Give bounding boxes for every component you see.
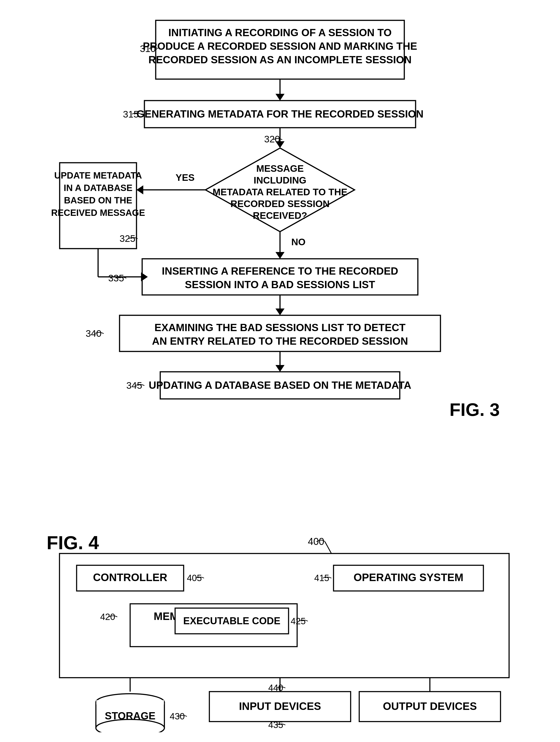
svg-marker-17 bbox=[136, 185, 143, 194]
svg-rect-52 bbox=[96, 700, 164, 704]
step-435-label: 435 bbox=[268, 720, 283, 730]
controller-label: CONTROLLER bbox=[93, 571, 167, 583]
fig4-section: FIG. 4 400 CONTROLLER 405 OPERATING SYST… bbox=[18, 529, 542, 732]
svg-text:PRODUCE A RECORDED SESSION AND: PRODUCE A RECORDED SESSION AND MARKING T… bbox=[143, 40, 417, 52]
step-320-label: 320 bbox=[264, 134, 280, 145]
fig4-svg: FIG. 4 400 CONTROLLER 405 OPERATING SYST… bbox=[20, 529, 540, 732]
svg-text:RECEIVED MESSAGE: RECEIVED MESSAGE bbox=[51, 208, 145, 218]
step-425-label: 425 bbox=[291, 616, 305, 626]
svg-marker-34 bbox=[276, 365, 284, 372]
step-420-label: 420 bbox=[100, 612, 115, 622]
step-325-label: 325 bbox=[120, 233, 135, 244]
svg-line-40 bbox=[325, 542, 331, 553]
svg-marker-5 bbox=[276, 94, 284, 101]
svg-text:INITIATING A RECORDING OF A SE: INITIATING A RECORDING OF A SESSION TO bbox=[168, 27, 392, 39]
os-label: OPERATING SYSTEM bbox=[353, 571, 463, 583]
svg-text:INCLUDING: INCLUDING bbox=[254, 175, 306, 186]
svg-text:METADATA RELATED TO THE: METADATA RELATED TO THE bbox=[213, 187, 348, 197]
input-devices-label: INPUT DEVICES bbox=[239, 700, 321, 712]
fig4-label: FIG. 4 bbox=[47, 532, 99, 553]
step-315-label: 315 bbox=[123, 109, 139, 119]
storage-label: STORAGE bbox=[105, 710, 156, 722]
svg-text:INSERTING A REFERENCE TO THE R: INSERTING A REFERENCE TO THE RECORDED bbox=[162, 265, 398, 277]
fig4-400-label: 400 bbox=[308, 536, 324, 547]
step-440-label: 440 bbox=[268, 683, 283, 693]
step-310-label: 310 bbox=[140, 43, 156, 54]
step-415-label: 415 bbox=[314, 573, 329, 583]
yes-label: YES bbox=[176, 172, 194, 183]
svg-text:UPDATING A DATABASE BASED ON T: UPDATING A DATABASE BASED ON THE METADAT… bbox=[149, 379, 411, 391]
output-devices-label: OUTPUT DEVICES bbox=[383, 700, 477, 712]
svg-text:UPDATE METADATA: UPDATE METADATA bbox=[54, 170, 142, 180]
svg-text:MESSAGE: MESSAGE bbox=[256, 163, 304, 174]
page: INITIATING A RECORDING OF A SESSION TO P… bbox=[0, 0, 560, 742]
step-345-label: 345 bbox=[126, 380, 142, 391]
svg-text:IN A DATABASE: IN A DATABASE bbox=[64, 183, 132, 193]
svg-text:AN ENTRY RELATED TO THE RECORD: AN ENTRY RELATED TO THE RECORDED SESSION bbox=[152, 335, 408, 347]
fig3-container: INITIATING A RECORDING OF A SESSION TO P… bbox=[18, 13, 542, 511]
svg-text:SESSION INTO A BAD SESSIONS LI: SESSION INTO A BAD SESSIONS LIST bbox=[185, 279, 375, 290]
svg-text:GENERATING METADATA FOR THE RE: GENERATING METADATA FOR THE RECORDED SES… bbox=[136, 108, 424, 120]
svg-marker-24 bbox=[276, 252, 284, 259]
svg-text:RECORDED SESSION: RECORDED SESSION bbox=[230, 199, 330, 209]
svg-text:BASED ON THE: BASED ON THE bbox=[64, 195, 132, 205]
step-430-label: 430 bbox=[170, 711, 185, 721]
step-340-label: 340 bbox=[86, 328, 102, 339]
svg-text:RECORDED SESSION AS AN INCOMPL: RECORDED SESSION AS AN INCOMPLETE SESSIO… bbox=[149, 54, 412, 65]
fig3-label: FIG. 3 bbox=[449, 400, 500, 420]
fig3-svg: INITIATING A RECORDING OF A SESSION TO P… bbox=[20, 13, 540, 511]
step-405-label: 405 bbox=[187, 573, 202, 583]
step-335-label: 335 bbox=[108, 273, 124, 283]
exec-code-label: EXECUTABLE CODE bbox=[183, 616, 280, 626]
no-label: NO bbox=[291, 236, 305, 247]
svg-marker-29 bbox=[276, 309, 284, 315]
svg-text:EXAMINING THE BAD SESSIONS LIS: EXAMINING THE BAD SESSIONS LIST TO DETEC… bbox=[155, 322, 406, 333]
svg-text:RECEIVED?: RECEIVED? bbox=[253, 210, 307, 221]
